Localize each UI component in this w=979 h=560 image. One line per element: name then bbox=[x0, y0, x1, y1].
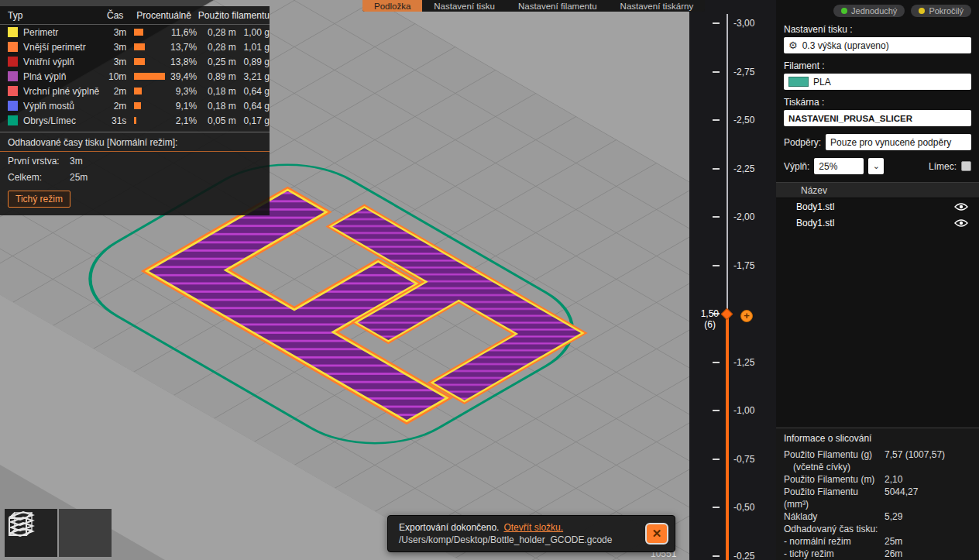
print-settings-select[interactable]: ⚙ 0.3 výška (upraveno) bbox=[784, 37, 971, 53]
advanced-mode-label: Pokročilý bbox=[929, 6, 964, 15]
layer-tick bbox=[713, 459, 720, 460]
first-layer-label: První vrstva: bbox=[8, 156, 70, 167]
feature-percent: 13,8% bbox=[168, 57, 198, 67]
layer-tick-label: -1,00 bbox=[733, 405, 754, 416]
feature-color-swatch bbox=[8, 115, 18, 125]
tab-print-settings[interactable]: Nastavení tisku bbox=[422, 0, 507, 12]
brim-checkbox[interactable] bbox=[961, 161, 971, 171]
feature-meters: 0,25 m bbox=[197, 57, 236, 67]
object-list-item[interactable]: Body1.stl bbox=[784, 215, 971, 231]
legend-header: Typ Čas Procentuálně Použito filamentu bbox=[0, 6, 270, 25]
tab-filament-settings[interactable]: Nastavení filamentu bbox=[507, 0, 609, 12]
info-label: Odhadovaný čas tisku: bbox=[784, 523, 885, 535]
total-time-value: 25m bbox=[70, 172, 88, 183]
layer-tick bbox=[713, 168, 720, 170]
legend-header-percent: Procentuálně bbox=[129, 10, 198, 21]
info-label: Použito Filamentu (m) bbox=[784, 473, 885, 486]
feature-percent: 13,7% bbox=[168, 42, 198, 53]
filament-select[interactable]: PLA bbox=[784, 74, 971, 90]
legend-row: Vnitřní výplň 3m 13,8% 0,25 m 0,89 g bbox=[0, 54, 270, 69]
layer-tick-label: -1,25 bbox=[733, 357, 754, 368]
legend-row: Perimetr 3m 11,6% 0,28 m 1,00 g bbox=[0, 25, 270, 40]
info-label: Použito Filamentu (mm³) bbox=[784, 486, 885, 510]
estimate-title: Odhadované časy tisku [Normální režim]: bbox=[0, 132, 270, 151]
layer-tick-label: -1,75 bbox=[733, 260, 754, 271]
percent-bar bbox=[134, 102, 141, 109]
feature-name: Obrys/Límec bbox=[23, 115, 101, 126]
filament-label: Filament : bbox=[784, 60, 971, 71]
notification-message: Exportování dokončeno. bbox=[399, 522, 499, 533]
eye-icon[interactable] bbox=[954, 202, 968, 211]
feature-meters: 0,18 m bbox=[197, 101, 236, 112]
export-path: /Users/komp/Desktop/Bottle_holder_GCODE.… bbox=[399, 534, 645, 546]
print-settings-value: 0.3 výška (upraveno) bbox=[802, 40, 889, 51]
silent-mode-button[interactable]: Tichý režim bbox=[8, 191, 70, 208]
layer-tick-label: -0,25 bbox=[733, 551, 754, 560]
settings-tabs: Podložka Nastavení tisku Nastavení filam… bbox=[362, 0, 705, 12]
info-row: Použito Filamentu (mm³) 5044,27 bbox=[782, 486, 973, 510]
printer-select[interactable]: NASTAVENI_PRUSA_SLICER bbox=[784, 110, 971, 126]
percent-bar bbox=[134, 43, 145, 50]
simple-mode-button[interactable]: Jednoduchý bbox=[833, 5, 905, 17]
infill-label: Výplň: bbox=[784, 161, 809, 172]
layer-tick-label: -2,50 bbox=[733, 115, 754, 125]
feature-name: Plná výplň bbox=[23, 71, 101, 82]
feature-meters: 0,18 m bbox=[197, 86, 236, 97]
add-color-change-button[interactable]: + bbox=[740, 310, 753, 322]
supports-select[interactable]: Pouze pro vynucené podpěry bbox=[826, 134, 971, 150]
percent-bar bbox=[134, 73, 165, 80]
info-label: Použito Filamentu (g) bbox=[784, 449, 872, 460]
total-time-row: Celkem: 25m bbox=[0, 170, 270, 184]
view-layers-button[interactable] bbox=[59, 509, 112, 557]
legend-orange-divider bbox=[0, 151, 270, 152]
info-label: - normální režim bbox=[784, 535, 885, 548]
percent-bar bbox=[134, 117, 136, 124]
legend-row: Obrys/Límec 31s 2,1% 0,05 m 0,17 g bbox=[0, 113, 270, 128]
supports-row: Podpěry: Pouze pro vynucené podpěry bbox=[784, 134, 971, 150]
advanced-mode-dot-icon bbox=[919, 8, 925, 14]
feature-color-swatch bbox=[8, 101, 18, 111]
infill-brim-row: Výplň: 25% ⌄ Límec: bbox=[784, 158, 971, 174]
layer-tick bbox=[713, 555, 720, 557]
info-value: 7,57 (1007,57) bbox=[885, 448, 971, 473]
feature-percent: 11,6% bbox=[168, 27, 198, 38]
close-notification-button[interactable]: ✕ bbox=[645, 523, 668, 545]
chevron-down-icon[interactable]: ⌄ bbox=[868, 158, 884, 174]
feature-name: Vrchní plné výplně bbox=[23, 86, 101, 97]
tab-plater[interactable]: Podložka bbox=[362, 0, 422, 12]
layer-slider-track-filled[interactable] bbox=[726, 314, 729, 560]
layer-tick-label: -3,00 bbox=[733, 18, 754, 29]
eye-icon[interactable] bbox=[954, 218, 968, 228]
legend-row: Vnější perimetr 3m 13,7% 0,28 m 1,01 g bbox=[0, 40, 270, 54]
feature-name: Výplň mostů bbox=[23, 101, 101, 112]
feature-time: 2m bbox=[101, 86, 126, 97]
layers-icon bbox=[5, 509, 37, 540]
filament-color-swatch bbox=[788, 77, 809, 87]
first-layer-row: První vrstva: 3m bbox=[0, 153, 270, 168]
feature-time: 2m bbox=[101, 101, 126, 112]
feature-name: Vnitřní výplň bbox=[23, 57, 101, 67]
feature-color-swatch bbox=[8, 42, 18, 52]
object-list-item[interactable]: Body1.stl bbox=[784, 198, 971, 215]
feature-meters: 0,89 m bbox=[197, 71, 236, 82]
layer-slider-handle[interactable] bbox=[721, 308, 733, 321]
layer-tick-label: -0,50 bbox=[733, 502, 754, 513]
info-value: 5044,27 bbox=[885, 486, 971, 510]
info-value bbox=[885, 523, 971, 535]
info-label: Náklady bbox=[784, 510, 885, 523]
info-label: - tichý režim bbox=[784, 548, 885, 560]
feature-meters: 0,28 m bbox=[197, 27, 236, 38]
advanced-mode-button[interactable]: Pokročilý bbox=[911, 5, 971, 17]
info-row: Použito Filamentu (m) 2,10 bbox=[782, 473, 973, 486]
open-folder-link[interactable]: Otevřít složku. bbox=[503, 522, 563, 533]
feature-percent: 39,4% bbox=[168, 71, 198, 82]
layer-slider[interactable]: -3,00-2,75-2,50-2,25-2,00-1,75-1,25-1,00… bbox=[689, 0, 776, 560]
percent-bar bbox=[134, 58, 145, 65]
feature-time: 10m bbox=[101, 71, 126, 82]
feature-time: 31s bbox=[101, 115, 126, 126]
feature-color-swatch bbox=[8, 71, 18, 81]
tab-printer-settings[interactable]: Nastavení tiskárny bbox=[609, 0, 706, 12]
printer-value: NASTAVENI_PRUSA_SLICER bbox=[788, 114, 912, 123]
infill-select[interactable]: 25% bbox=[814, 158, 864, 174]
feature-grams: 1,00 g bbox=[236, 27, 270, 38]
